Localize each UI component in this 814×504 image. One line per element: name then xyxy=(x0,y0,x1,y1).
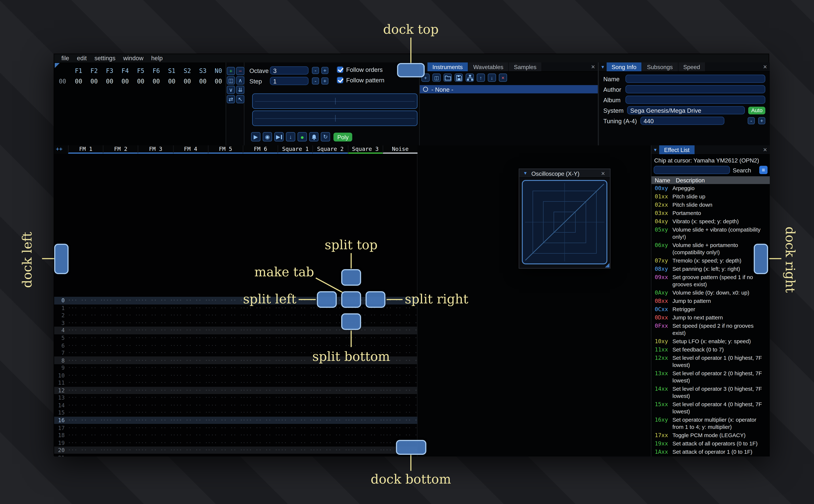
pattern-cell[interactable]: ··· ·· ·· ··· xyxy=(382,410,418,415)
pattern-cell[interactable]: ··· ·· ·· ··· xyxy=(312,388,348,393)
pattern-cell[interactable]: ··· ·· ·· ··· xyxy=(312,418,348,423)
pattern-cell[interactable]: ··· ·· ·· ··· xyxy=(312,440,348,445)
effect-list-item[interactable]: 0DxxJump to next pattern xyxy=(651,313,770,322)
follow-orders-checkbox[interactable]: Follow orders xyxy=(337,66,383,73)
pattern-cell[interactable]: ··· ·· ·· ··· xyxy=(277,403,312,408)
pattern-cell[interactable]: ··· ·· ·· ··· xyxy=(312,433,348,438)
pattern-cell[interactable]: ··· ·· ·· ··· xyxy=(138,328,173,333)
pattern-cell[interactable]: ··· ·· ·· ··· xyxy=(208,440,243,445)
effect-list-item[interactable]: 17xxToggle PCM mode (LEGACY) xyxy=(651,431,770,439)
effect-list-item[interactable]: 19xxSet attack of all operators (0 to 1F… xyxy=(651,439,770,448)
pattern-cell[interactable]: ··· ·· ·· ··· xyxy=(243,403,278,408)
pattern-cell[interactable]: ··· ·· ·· ··· xyxy=(382,313,418,318)
pattern-cell[interactable]: ··· ·· ·· ··· xyxy=(348,418,383,423)
order-channel-header-f5[interactable]: F5 xyxy=(133,67,148,75)
pattern-cell[interactable]: ··· ·· ·· ··· xyxy=(103,305,138,310)
pattern-cell[interactable]: ··· ·· ·· ··· xyxy=(68,365,103,370)
order-row-index[interactable]: 00 xyxy=(54,78,71,85)
pattern-cell[interactable]: ··· ·· ·· ··· xyxy=(68,455,103,456)
pattern-cell[interactable]: ··· ·· ·· ··· xyxy=(277,373,312,378)
effect-list-item[interactable]: 09xxSet groove pattern (speed 1 if no gr… xyxy=(651,273,770,288)
channel-header-fm-1[interactable]: FM 1 xyxy=(68,145,103,154)
panel-collapse-triangle-icon[interactable] xyxy=(55,63,60,68)
pattern-cell[interactable]: ··· ·· ·· ··· xyxy=(138,448,173,453)
pattern-cell[interactable]: ··· ·· ·· ··· xyxy=(103,425,138,430)
pattern-cell[interactable]: ··· ·· ·· ··· xyxy=(277,410,312,415)
order-channel-header-f1[interactable]: F1 xyxy=(71,67,86,75)
pattern-cell[interactable]: ··· ·· ·· ··· xyxy=(173,418,208,423)
pattern-cell[interactable]: ··· ·· ·· ··· xyxy=(173,350,208,355)
channel-header-fm-2[interactable]: FM 2 xyxy=(103,145,138,154)
repeat-pattern-button[interactable]: ↻ xyxy=(321,132,330,141)
pattern-cell[interactable]: ··· ·· ·· ··· xyxy=(68,350,103,355)
make-tab-indicator[interactable] xyxy=(341,291,361,308)
pattern-cell[interactable]: ··· ·· ·· ··· xyxy=(312,380,348,385)
effect-list-item[interactable]: 0CxxRetrigger xyxy=(651,305,770,313)
effect-list-item[interactable]: 11xxSet feedback (0 to 7) xyxy=(651,345,770,354)
pattern-cell[interactable]: ··· ·· ·· ··· xyxy=(208,455,243,456)
pattern-cell[interactable]: ··· ·· ·· ··· xyxy=(173,298,208,303)
close-icon[interactable]: × xyxy=(588,63,598,71)
order-cell[interactable]: 00 xyxy=(117,78,133,85)
pattern-cell[interactable]: ··· ·· ·· ··· xyxy=(103,365,138,370)
pattern-cell[interactable]: ··· ·· ·· ··· xyxy=(382,380,418,385)
pattern-cell[interactable]: ··· ·· ·· ··· xyxy=(208,350,243,355)
pattern-cell[interactable]: ··· ·· ·· ··· xyxy=(243,395,278,400)
pattern-cell[interactable]: ··· ·· ·· ··· xyxy=(138,388,173,393)
move-order-up-button[interactable]: ∧ xyxy=(236,76,244,85)
pattern-cell[interactable]: ··· ·· ·· ··· xyxy=(103,350,138,355)
pattern-cell[interactable]: ··· ·· ·· ··· xyxy=(208,365,243,370)
pattern-cell[interactable]: ··· ·· ·· ··· xyxy=(312,448,348,453)
record-button[interactable]: ● xyxy=(297,132,307,141)
order-channel-header-f4[interactable]: F4 xyxy=(117,67,133,75)
dock-top-indicator[interactable] xyxy=(397,63,425,77)
pattern-cell[interactable]: ··· ·· ·· ··· xyxy=(208,335,243,340)
order-cell[interactable]: 00 xyxy=(148,78,164,85)
pattern-cell[interactable]: ··· ·· ·· ··· xyxy=(312,395,348,400)
pattern-cell[interactable]: ··· ·· ·· ··· xyxy=(68,425,103,430)
pattern-cell[interactable]: ··· ·· ·· ··· xyxy=(208,418,243,423)
pattern-cell[interactable]: ··· ·· ·· ··· xyxy=(173,403,208,408)
effect-list-item[interactable]: 1BxxSet attack of operator 2 (0 to 1F) xyxy=(651,456,770,456)
pattern-cell[interactable]: ··· ·· ·· ··· xyxy=(103,395,138,400)
pattern-cell[interactable]: ··· ·· ·· ··· xyxy=(382,321,418,326)
effect-search-input[interactable] xyxy=(654,166,730,174)
pattern-cell[interactable]: ··· ·· ·· ··· xyxy=(138,403,173,408)
pattern-cell[interactable]: ··· ·· ·· ··· xyxy=(103,440,138,445)
pattern-cell[interactable]: ··· ·· ·· ··· xyxy=(68,335,103,340)
order-change-mode-button[interactable]: ⇄ xyxy=(227,95,235,103)
pattern-cell[interactable]: ··· ·· ·· ··· xyxy=(277,395,312,400)
duplicate-order-button[interactable]: ◫ xyxy=(227,76,235,85)
order-cell[interactable]: 00 xyxy=(164,78,179,85)
pattern-cell[interactable]: ··· ·· ·· ··· xyxy=(103,298,138,303)
octave-decrease-button[interactable]: - xyxy=(312,67,319,74)
pattern-cell[interactable]: ··· ·· ·· ··· xyxy=(68,433,103,438)
step-down-button[interactable]: ↓ xyxy=(286,132,295,141)
pattern-cell[interactable]: ··· ·· ·· ··· xyxy=(173,321,208,326)
pattern-cell[interactable]: ··· ·· ·· ··· xyxy=(68,298,103,303)
order-channel-header-s2[interactable]: S2 xyxy=(179,67,195,75)
effect-list-item[interactable]: 10xySetup LFO (x: enable; y: speed) xyxy=(651,337,770,345)
pattern-cell[interactable]: ··· ·· ·· ··· xyxy=(243,440,278,445)
order-channel-header-f2[interactable]: F2 xyxy=(86,67,102,75)
move-instrument-down-button[interactable]: ↓ xyxy=(488,74,496,82)
pattern-cell[interactable]: ··· ·· ·· ··· xyxy=(243,418,278,423)
effect-list-item[interactable]: 02xxPitch slide down xyxy=(651,201,770,209)
pattern-cell[interactable]: ··· ·· ·· ··· xyxy=(277,343,312,348)
pattern-cell[interactable]: ··· ·· ·· ··· xyxy=(382,328,418,333)
pattern-cell[interactable]: ··· ·· ·· ··· xyxy=(277,305,312,310)
tab-samples[interactable]: Samples xyxy=(509,62,542,71)
pattern-cell[interactable]: ··· ·· ·· ··· xyxy=(243,305,278,310)
pattern-cell[interactable]: ··· ·· ·· ··· xyxy=(173,455,208,456)
play-one-row-button[interactable]: ▶ xyxy=(274,132,284,141)
pattern-cell[interactable]: ··· ·· ·· ··· xyxy=(348,455,383,456)
pattern-cell[interactable]: ··· ·· ·· ··· xyxy=(208,373,243,378)
pattern-cell[interactable]: ··· ·· ·· ··· xyxy=(68,440,103,445)
tab-song-info[interactable]: Song Info xyxy=(607,62,642,71)
pattern-cell[interactable]: ··· ·· ·· ··· xyxy=(348,410,383,415)
close-icon[interactable]: × xyxy=(760,146,770,154)
play-button[interactable]: ▶ xyxy=(251,132,260,141)
pattern-cell[interactable]: ··· ·· ·· ··· xyxy=(173,313,208,318)
move-order-down-button[interactable]: ∨ xyxy=(227,86,235,94)
order-cell[interactable]: 00 xyxy=(195,78,210,85)
